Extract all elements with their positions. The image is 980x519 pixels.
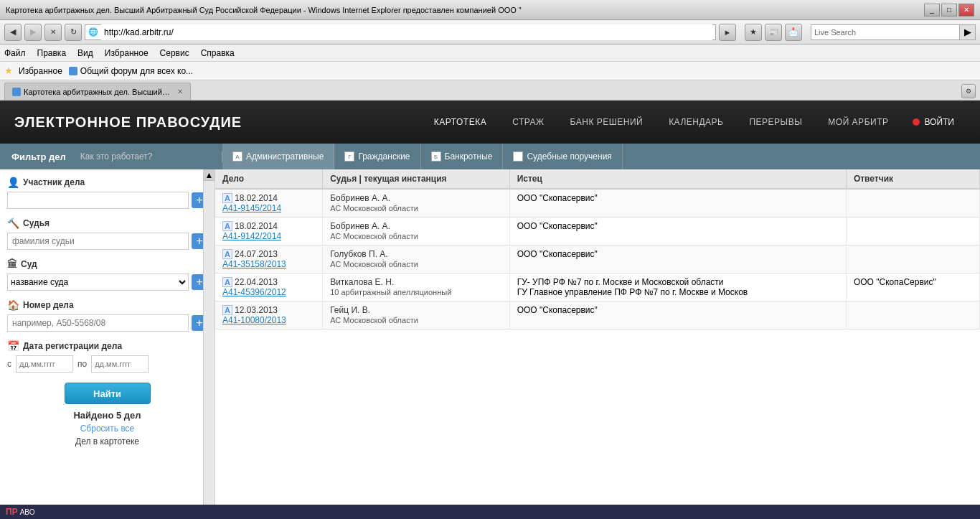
favorites-item-0[interactable]: Общий форум для всех ко... bbox=[68, 66, 193, 76]
menu-view[interactable]: Вид bbox=[77, 48, 93, 58]
nav-my-arbitr[interactable]: МОЙ АРБИТР bbox=[815, 100, 901, 144]
address-input[interactable] bbox=[101, 24, 712, 40]
judge-name: Голубков П. А. bbox=[330, 249, 388, 259]
case-number-icon: 🏠 bbox=[7, 299, 19, 311]
case-number-link[interactable]: А41-9142/2014 bbox=[222, 231, 281, 241]
defendant-name: ООО "СкопаСервис" bbox=[854, 277, 936, 287]
login-button[interactable]: ВОЙТИ bbox=[901, 100, 966, 144]
window-controls[interactable]: _ □ ✕ bbox=[924, 4, 974, 17]
search-button[interactable]: Найти bbox=[65, 383, 151, 404]
app-nav: КАРТОТЕКА СТРАЖ БАНК РЕШЕНИЙ КАЛЕНДАРЬ П… bbox=[421, 100, 966, 144]
case-number-link[interactable]: А41-9145/2014 bbox=[222, 203, 281, 213]
case-number-link[interactable]: А41-35158/2013 bbox=[222, 259, 286, 269]
table-row: А22.04.2013А41-45396/2012Виткалова Е. Н.… bbox=[215, 273, 980, 301]
case-cell-3: А22.04.2013А41-45396/2012 bbox=[215, 273, 323, 301]
bankruptcy-icon: Б bbox=[431, 151, 441, 162]
refresh-button[interactable]: ↻ bbox=[65, 24, 82, 41]
court-name: АС Московской области bbox=[330, 260, 418, 268]
case-cell-1: А18.02.2014А41-9142/2014 bbox=[215, 218, 323, 246]
search-box[interactable]: Live Search ▶ bbox=[811, 24, 976, 40]
search-go-button[interactable]: ▶ bbox=[959, 25, 975, 39]
participant-label: Участник дела bbox=[23, 177, 85, 187]
go-button[interactable]: ► bbox=[719, 24, 736, 41]
tab-bar-right: ⚙ bbox=[961, 84, 976, 100]
judge-name: Гейц И. В. bbox=[330, 305, 370, 315]
case-number-input-row: + bbox=[7, 314, 207, 332]
menu-tools[interactable]: Сервис bbox=[160, 48, 189, 58]
tab-0[interactable]: Картотека арбитражных дел. Высший Арбитр… bbox=[4, 83, 191, 100]
case-date: 24.07.2013 bbox=[235, 249, 278, 259]
scroll-up-button[interactable]: ▲ bbox=[204, 169, 215, 181]
court-label: Суд bbox=[21, 259, 37, 269]
restore-button[interactable]: □ bbox=[941, 4, 957, 17]
table-row: А18.02.2014А41-9142/2014Бобринев А. А.АС… bbox=[215, 218, 980, 246]
favorites-button[interactable]: ★ bbox=[745, 24, 762, 41]
menu-favorites[interactable]: Избранное bbox=[105, 48, 149, 58]
tab-settings-button[interactable]: ⚙ bbox=[961, 84, 976, 98]
live-search-input[interactable] bbox=[859, 28, 959, 37]
history-button[interactable]: 📩 bbox=[785, 24, 802, 41]
tab-0-close[interactable]: ✕ bbox=[177, 88, 183, 95]
court-name: АС Московской области bbox=[330, 204, 418, 212]
judge-input-row: + bbox=[7, 233, 207, 250]
case-type-icon: А bbox=[222, 249, 232, 259]
case-number-link[interactable]: А41-45396/2012 bbox=[222, 287, 286, 297]
kartoteka-link[interactable]: Дел в картотеке bbox=[7, 436, 207, 446]
login-dot-icon bbox=[913, 118, 920, 126]
tab-civil[interactable]: Г Гражданские bbox=[334, 144, 420, 169]
judge-input[interactable] bbox=[7, 233, 189, 250]
filter-tabs-bar: Фильтр дел Как это работает? А Администр… bbox=[0, 144, 980, 169]
results-area: Дело Судья | текущая инстанция Истец Отв… bbox=[215, 169, 980, 505]
menu-edit[interactable]: Правка bbox=[37, 48, 67, 58]
close-button[interactable]: ✕ bbox=[958, 4, 974, 17]
nav-kartoteka[interactable]: КАРТОТЕКА bbox=[421, 100, 499, 144]
nav-perervy[interactable]: ПЕРЕРЫВЫ bbox=[736, 100, 815, 144]
tab-civil-label: Гражданские bbox=[358, 151, 410, 162]
tab-administrative[interactable]: А Административные bbox=[222, 144, 334, 169]
date-label: Дата регистрации дела bbox=[23, 341, 122, 351]
reset-link[interactable]: Сбросить все bbox=[7, 424, 207, 434]
tab-judicial-orders[interactable]: □ Судебные поручения bbox=[503, 144, 622, 169]
plaintiff-name-2: ГУ Главное управление ПФ РФ №7 по г. Мос… bbox=[517, 287, 748, 297]
table-row: А24.07.2013А41-35158/2013Голубков П. А.А… bbox=[215, 246, 980, 273]
favorites-bar: ★ Избранное Общий форум для всех ко... bbox=[0, 62, 980, 80]
defendant-cell-3: ООО "СкопаСервис" bbox=[846, 273, 979, 301]
plaintiff-cell-1: ООО "Скопасервис" bbox=[509, 218, 846, 246]
court-name: АС Московской области bbox=[330, 232, 418, 240]
date-from-input[interactable] bbox=[16, 355, 73, 373]
nav-bank[interactable]: БАНК РЕШЕНИЙ bbox=[557, 100, 656, 144]
court-name: 10 арбитражный апелляционный bbox=[330, 288, 451, 296]
filter-howto[interactable]: Как это работает? bbox=[80, 151, 153, 162]
col-case: Дело bbox=[215, 169, 323, 189]
tab-judicial-orders-label: Судебные поручения bbox=[527, 151, 611, 162]
window-title: Картотека арбитражных дел. Высший Арбитр… bbox=[6, 6, 522, 14]
case-number-link[interactable]: А41-10080/2013 bbox=[222, 315, 286, 325]
forward-button[interactable]: ▶ bbox=[24, 24, 42, 41]
stop-button[interactable]: ✕ bbox=[44, 24, 62, 41]
participant-input[interactable] bbox=[7, 192, 189, 209]
date-to-input[interactable] bbox=[91, 355, 149, 373]
plaintiff-cell-2: ООО "Скопасервис" bbox=[509, 246, 846, 273]
civil-icon: Г bbox=[344, 151, 354, 162]
favorites-label[interactable]: Избранное bbox=[19, 66, 62, 76]
tab-administrative-label: Административные bbox=[246, 151, 324, 162]
case-number-input[interactable] bbox=[7, 314, 189, 332]
back-button[interactable]: ◀ bbox=[4, 24, 22, 41]
menu-help[interactable]: Справка bbox=[201, 48, 235, 58]
judge-name: Бобринев А. А. bbox=[330, 221, 390, 231]
administrative-icon: А bbox=[232, 151, 242, 162]
date-header: 📅 Дата регистрации дела bbox=[7, 340, 207, 352]
defendant-cell-4 bbox=[846, 301, 979, 329]
minimize-button[interactable]: _ bbox=[924, 4, 940, 17]
court-select[interactable]: название суда bbox=[7, 273, 189, 291]
app-header: ЭЛЕКТРОННОЕ ПРАВОСУДИЕ КАРТОТЕКА СТРАЖ Б… bbox=[0, 100, 980, 144]
participant-icon: 👤 bbox=[7, 177, 19, 188]
nav-calendar[interactable]: КАЛЕНДАРЬ bbox=[656, 100, 736, 144]
tab-bankruptcy[interactable]: Б Банкротные bbox=[421, 144, 504, 169]
judge-name: Виткалова Е. Н. bbox=[330, 277, 394, 287]
nav-strazh[interactable]: СТРАЖ bbox=[499, 100, 557, 144]
case-number-header: 🏠 Номер дела bbox=[7, 299, 207, 311]
tab-bar: Картотека арбитражных дел. Высший Арбитр… bbox=[0, 80, 980, 100]
menu-file[interactable]: Файл bbox=[4, 48, 26, 58]
feeds-button[interactable]: 📰 bbox=[765, 24, 782, 41]
